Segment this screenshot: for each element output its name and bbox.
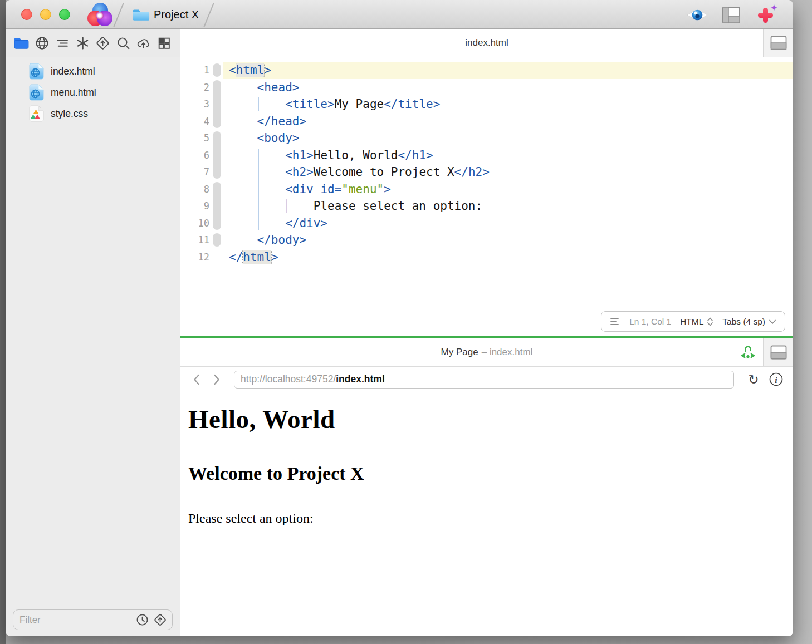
app-logo-icon [87,2,112,28]
code-line[interactable]: 10 </div> [180,215,793,232]
file-name: menu.html [51,87,96,99]
preview-h1: Hello, World [188,404,782,434]
app-window: Project X ✦ [6,0,793,636]
css-file-icon [29,105,44,122]
code-line[interactable]: 6 <h1>Hello, World</h1> [180,147,793,164]
chevron-down-icon [769,319,776,325]
places-icon[interactable] [95,36,110,51]
editor-statusbar: Ln 1, Col 1 HTML Tabs (4 sp) [601,311,785,332]
stepper-icon [707,316,713,327]
preview-content: Hello, World Welcome to Project X Please… [180,392,793,636]
code-line[interactable]: 12</html> [180,249,793,266]
code-line[interactable]: 1<html> [180,62,793,79]
sites-grid-icon[interactable] [156,36,172,51]
search-icon[interactable] [116,36,131,51]
sidebar-toolbar [6,29,180,57]
html-file-icon [29,63,44,80]
back-button[interactable] [189,371,204,388]
clock-icon[interactable] [135,613,149,627]
line-number: 4 [180,116,209,127]
line-number: 10 [180,218,209,229]
line-number: 11 [180,234,209,245]
url-file: index.html [336,373,385,385]
code-line[interactable]: 11 </body> [180,232,793,249]
line-number: 8 [180,184,209,195]
publish-cloud-icon[interactable] [136,36,151,51]
filter-bar [6,609,180,636]
preview-toolbar: http://localhost:49752/index.html ↻ i [180,367,793,392]
file-row[interactable]: index.html [6,61,180,82]
preview-split-button[interactable] [763,338,793,366]
line-number: 12 [180,252,209,263]
line-number: 1 [180,65,209,76]
filter-field[interactable] [13,609,173,630]
code-editor[interactable]: 1<html>2 <head>3 <title>My Page</title>4… [180,57,793,336]
wrap-lines-icon [610,317,620,326]
globe-icon[interactable] [35,36,50,51]
file-row[interactable]: menu.html [6,82,180,103]
clips-icon[interactable] [75,36,90,51]
forward-button[interactable] [209,371,224,388]
line-number: 3 [180,99,209,110]
code-line[interactable]: 9 Please select an option: [180,198,793,215]
file-row[interactable]: style.css [6,103,180,124]
preview-header: My Page– index.html [180,338,793,367]
file-name: style.css [51,108,88,120]
preview-follow-lock-icon[interactable] [740,344,756,361]
tab-edge-right [203,3,214,27]
minimize-button[interactable] [40,9,51,20]
layout-split-icon[interactable] [721,6,742,24]
new-item-plus-icon[interactable]: ✦ [754,6,779,24]
editor-split-button[interactable] [763,29,793,57]
code-line[interactable]: 5 <body> [180,130,793,147]
code-line[interactable]: 8 <div id="menu"> [180,181,793,198]
url-field[interactable]: http://localhost:49752/index.html [234,371,734,389]
preview-h2: Welcome to Project X [188,463,782,484]
refresh-icon[interactable]: ↻ [745,371,762,388]
code-line[interactable]: 2 <head> [180,79,793,96]
outline-icon[interactable] [55,36,70,51]
main-pane: index.html 1<html>2 <head>3 <title>My Pa… [180,29,793,636]
url-prefix: http://localhost:49752/ [241,373,336,385]
preview-eye-icon[interactable] [686,6,708,24]
titlebar: Project X ✦ [6,0,793,29]
tab-edge-left [113,3,124,27]
html-file-icon [29,84,44,101]
line-number: 6 [180,150,209,161]
sidebar: index.html menu.html style.css [6,29,180,636]
editor-title: index.html [465,37,508,48]
file-list: index.html menu.html style.css [6,57,180,124]
project-folder-icon [133,7,150,21]
line-number: 9 [180,200,209,212]
folder-icon[interactable] [14,36,29,51]
editor-header: index.html [180,29,793,57]
cursor-position: Ln 1, Col 1 [629,317,671,327]
code-line[interactable]: 7 <h2>Welcome to Project X</h2> [180,164,793,181]
line-number: 2 [180,82,209,93]
line-number: 7 [180,166,209,178]
filter-input[interactable] [18,614,135,626]
places-icon[interactable] [153,613,167,627]
tabs-selector[interactable]: Tabs (4 sp) [722,317,776,327]
close-button[interactable] [21,9,32,20]
zoom-button[interactable] [59,9,70,20]
preview-paragraph: Please select an option: [188,511,782,526]
file-name: index.html [51,66,95,77]
line-number: 5 [180,132,209,144]
preview-title: My Page– index.html [441,347,533,358]
code-line[interactable]: 3 <title>My Page</title> [180,96,793,113]
project-tab[interactable]: Project X [154,0,199,29]
code-line[interactable]: 4 </head> [180,113,793,130]
svg-text:i: i [775,375,777,385]
info-icon[interactable]: i [767,371,784,388]
language-selector[interactable]: HTML [680,316,713,327]
code-lines: 1<html>2 <head>3 <title>My Page</title>4… [180,57,793,266]
